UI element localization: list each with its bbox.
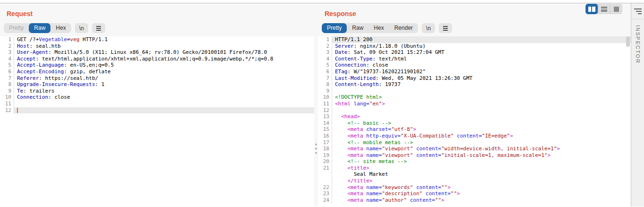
request-options-menu-button[interactable] (92, 23, 105, 33)
response-tab-render[interactable]: Render (389, 23, 418, 33)
line-number: 5 (318, 62, 332, 69)
line-content: <meta name="viewport" content="width=dev… (332, 146, 631, 152)
code-line: 4Accept: text/html,application/xhtml+xml… (0, 56, 314, 62)
line-number: 1 (318, 36, 332, 43)
response-scrollbar[interactable] (625, 36, 631, 207)
line-content: <!-- site metas --> (332, 158, 631, 165)
line-number: 3 (318, 49, 332, 56)
line-number: 13 (318, 113, 332, 120)
line-number: 21 (318, 165, 332, 172)
inspector-sidebar[interactable]: INSPECTOR (631, 3, 644, 207)
line-content (14, 101, 314, 107)
response-title: Response (325, 10, 631, 17)
request-title: Request (7, 10, 314, 17)
line-number: 10 (0, 94, 14, 101)
code-line: 11 (0, 101, 314, 107)
response-options-menu-button[interactable] (439, 23, 452, 33)
code-line: 22 <meta name="keywords" content=""> (318, 184, 631, 191)
response-tab-raw[interactable]: Raw (347, 23, 368, 33)
line-content (14, 107, 314, 114)
line-number: 15 (318, 126, 332, 133)
scrollbar-thumb[interactable] (626, 36, 630, 47)
code-line: 20 <!-- site metas --> (318, 158, 631, 165)
code-line: 12 (318, 107, 631, 114)
repeater-message-area: Request PrettyRawHex\n 1GET /?+Vegetable… (0, 3, 644, 207)
response-editor[interactable]: 1HTTP/1.1 2002Server: nginx/1.18.0 (Ubun… (318, 36, 631, 207)
code-line: 14 <!-- basic --> (318, 120, 631, 127)
code-line: 3Date: Sat, 09 Oct 2021 15:27:04 GMT (318, 49, 631, 56)
code-line: 10Connection: close (0, 94, 314, 101)
line-content: Host: seal.htb (14, 43, 314, 50)
request-tab-raw[interactable]: Raw (29, 23, 50, 33)
line-number: 22 (318, 184, 332, 191)
request-panel: Request PrettyRawHex\n 1GET /?+Vegetable… (0, 3, 314, 207)
response-panel: Response PrettyRawHexRender\n 1HTTP/1.1 … (318, 3, 631, 207)
line-content: Accept: text/html,application/xhtml+xml,… (14, 56, 314, 62)
code-line: 3User-Agent: Mozilla/5.0 (X11; Linux x86… (0, 49, 314, 56)
request-editor[interactable]: 1GET /?+Vegetable=veg HTTP/1.12Host: sea… (0, 36, 314, 207)
code-line: 12 (0, 107, 314, 114)
line-number: 18 (318, 146, 332, 152)
response-tab-pretty[interactable]: Pretty (322, 23, 347, 33)
line-number: 6 (318, 69, 332, 75)
line-content: Last-Modified: Wed, 05 May 2021 13:26:30… (332, 75, 631, 82)
line-number: 19 (318, 152, 332, 159)
line-number: 16 (318, 133, 332, 139)
line-content: <meta name="description" content=""> (332, 190, 631, 197)
code-line: 1GET /?+Vegetable=veg HTTP/1.1 (0, 36, 314, 43)
line-content: <title> (332, 165, 631, 172)
view-rows-layout-button[interactable] (598, 4, 610, 14)
line-content: GET /?+Vegetable=veg HTTP/1.1 (14, 36, 314, 43)
line-number: 9 (318, 88, 332, 95)
line-number: 2 (0, 43, 14, 50)
line-number: 14 (318, 120, 332, 127)
single-layout-icon (614, 7, 619, 12)
line-number: 23 (318, 190, 332, 197)
layout-switcher (585, 4, 622, 14)
line-content: <!DOCTYPE html> (332, 94, 631, 101)
panel-resize-divider[interactable] (314, 3, 318, 207)
code-line: 11<html lang="en"> (318, 101, 631, 107)
request-tab-pretty[interactable]: Pretty (4, 23, 29, 33)
code-line: 7Last-Modified: Wed, 05 May 2021 13:26:3… (318, 75, 631, 82)
request-tab-hex[interactable]: Hex (50, 23, 71, 33)
line-content: <!-- basic --> (332, 120, 631, 127)
line-number: 1 (0, 36, 14, 43)
line-content: <!-- mobile metas --> (332, 139, 631, 146)
inspector-collapse-icon[interactable] (634, 9, 642, 14)
line-content: Upgrade-Insecure-Requests: 1 (14, 81, 314, 88)
line-content: Content-Length: 19737 (332, 81, 631, 88)
line-number: 9 (0, 88, 14, 95)
inspector-separator (631, 19, 644, 19)
code-line: 15 <meta charset="utf-8"> (318, 126, 631, 133)
request-hamburger-icon (96, 26, 101, 31)
columns-layout-icon (588, 7, 595, 12)
window-top-strip (0, 0, 644, 3)
line-content: <meta http-equiv="X-UA-Compatible" conte… (332, 133, 631, 139)
code-line: Seal Market (318, 171, 631, 178)
line-number: 5 (0, 62, 14, 69)
line-content: <meta charset="utf-8"> (332, 126, 631, 133)
line-content: Connection: close (332, 62, 631, 69)
code-line: 24 <meta name="author" content=""> (318, 197, 631, 204)
line-content: Accept-Language: en-US,en;q=0.5 (14, 62, 314, 69)
code-line: 10<!DOCTYPE html> (318, 94, 631, 101)
code-line: 4Content-Type: text/html (318, 56, 631, 62)
line-content: ETag: W/"19737-1620221190102" (332, 69, 631, 75)
code-line: 6Accept-Encoding: gzip, deflate (0, 69, 314, 75)
view-single-layout-button[interactable] (610, 4, 622, 14)
request-show-newlines-button[interactable]: \n (75, 23, 88, 33)
line-number: 20 (318, 158, 332, 165)
line-number: 10 (318, 94, 332, 101)
response-show-newlines-button[interactable]: \n (422, 23, 435, 33)
line-number: 17 (318, 139, 332, 146)
line-number: 4 (0, 56, 14, 62)
line-number: 3 (0, 49, 14, 56)
line-content: Connection: close (14, 94, 314, 101)
view-columns-layout-button[interactable] (585, 4, 598, 14)
line-number: 2 (318, 43, 332, 50)
line-content: Te: trailers (14, 88, 314, 95)
code-line: 6ETag: W/"19737-1620221190102" (318, 69, 631, 75)
response-tab-hex[interactable]: Hex (368, 23, 389, 33)
line-number: 6 (0, 69, 14, 75)
